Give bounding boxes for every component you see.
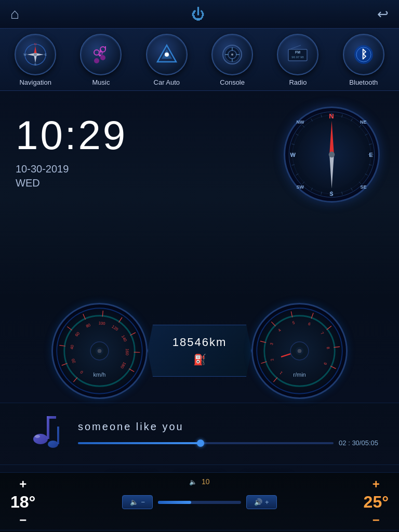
back-icon[interactable]: ↩ — [377, 6, 389, 22]
svg-marker-68 — [329, 155, 334, 189]
svg-text:4: 4 — [277, 327, 282, 332]
svg-text:160: 160 — [125, 348, 129, 355]
compass-nw: NW — [297, 119, 304, 125]
nav-label-navigation: Navigation — [19, 78, 51, 86]
nav-label-radio: Radio — [289, 78, 307, 86]
svg-point-95 — [98, 349, 102, 353]
home-icon[interactable]: ⌂ — [10, 6, 19, 22]
svg-point-125 — [35, 435, 40, 438]
svg-point-123 — [48, 441, 58, 448]
clock-time: 10:29 — [16, 112, 269, 159]
svg-text:20: 20 — [71, 357, 76, 363]
right-temp-value: 25° — [364, 493, 389, 512]
svg-line-50 — [368, 165, 371, 166]
progress-bar[interactable]: 02 : 30/05:05 — [78, 439, 378, 447]
svg-line-44 — [341, 114, 342, 117]
svg-text:96 97 98: 96 97 98 — [292, 56, 304, 59]
nav-row: N S E W Navigation ♪ Music — [0, 29, 399, 91]
fuel-icon: ⛽ — [193, 353, 206, 366]
svg-text:8: 8 — [326, 347, 330, 349]
svg-point-7 — [34, 53, 37, 56]
svg-line-54 — [341, 192, 342, 195]
svg-line-101 — [271, 322, 275, 326]
svg-line-72 — [73, 377, 77, 382]
svg-text:100: 100 — [98, 321, 105, 326]
left-temp-plus[interactable]: + — [19, 477, 26, 491]
volume-row: 🔈 − 🔊 + — [112, 493, 287, 511]
vol-bar[interactable] — [158, 501, 241, 504]
svg-text:S: S — [34, 63, 36, 66]
clock-date: 10-30-2019 — [16, 163, 269, 175]
clock-day: WED — [16, 177, 269, 189]
compass-w: W — [290, 152, 296, 158]
svg-line-46 — [358, 125, 361, 127]
svg-point-120 — [33, 434, 48, 444]
vol-down-button[interactable]: 🔈 − — [122, 495, 153, 509]
svg-text:5: 5 — [292, 320, 295, 325]
ac-row: AUTO A/C ❄ SYNC ↻ — [0, 530, 399, 532]
nav-label-car-auto: Car Auto — [154, 78, 180, 86]
svg-point-22 — [165, 52, 169, 57]
gauges-row: 0 20 40 60 80 100 120 140 160 180 km/h — [0, 299, 399, 403]
svg-text:E: E — [45, 53, 47, 56]
song-title: someone like you — [78, 421, 378, 433]
svg-marker-67 — [329, 121, 334, 154]
svg-text:0: 0 — [79, 369, 84, 375]
svg-text:6: 6 — [308, 321, 311, 326]
vol-bar-fill — [158, 501, 191, 504]
left-temp-minus[interactable]: − — [19, 513, 26, 527]
svg-text:7: 7 — [320, 331, 325, 336]
progress-thumb[interactable] — [197, 440, 204, 447]
compass-s: S — [329, 191, 333, 197]
svg-text:♪: ♪ — [98, 45, 104, 59]
nav-label-console: Console — [220, 78, 245, 86]
top-bar: ⌂ ⏻ ↩ — [0, 0, 399, 29]
vol-up-icon: 🔊 — [254, 498, 262, 506]
svg-line-34 — [289, 45, 301, 49]
svg-line-75 — [67, 326, 72, 330]
svg-text:ᛒ: ᛒ — [360, 48, 367, 61]
svg-line-58 — [302, 182, 304, 184]
compass-section: N S E W NE NW SE SW — [280, 101, 383, 288]
speedometer: 0 20 40 60 80 100 120 140 160 180 km/h — [51, 303, 148, 399]
svg-line-60 — [291, 165, 295, 166]
compass-n: N — [329, 112, 334, 120]
speed-unit: km/h — [94, 371, 106, 378]
svg-text:W: W — [23, 53, 26, 56]
sidebar-item-music[interactable]: ♪ Music — [72, 34, 129, 86]
sidebar-item-car-auto[interactable]: Car Auto — [138, 34, 195, 86]
music-section: someone like you 02 : 30/05:05 — [0, 403, 399, 465]
svg-text:FM: FM — [295, 50, 300, 54]
svg-text:2: 2 — [270, 358, 275, 362]
sidebar-item-bluetooth[interactable]: ᛒ Bluetooth — [335, 34, 392, 86]
sidebar-item-navigation[interactable]: N S E W Navigation — [7, 34, 64, 86]
svg-line-56 — [321, 192, 322, 195]
vol-up-button[interactable]: 🔊 + — [246, 495, 277, 509]
power-icon[interactable]: ⏻ — [191, 6, 205, 22]
left-temp-section: + 18° − — [10, 477, 35, 527]
svg-line-78 — [119, 317, 122, 322]
odometer: 18546km — [172, 336, 227, 349]
nav-label-music: Music — [92, 78, 110, 86]
compass-sw: SW — [297, 184, 304, 190]
compass-se: SE — [360, 184, 366, 190]
svg-text:9: 9 — [323, 361, 328, 365]
center-display: 18546km ⛽ — [148, 325, 251, 377]
svg-line-62 — [291, 144, 295, 145]
svg-line-98 — [273, 377, 277, 382]
vol-indicator: 🔈 10 — [189, 477, 209, 486]
sidebar-item-radio[interactable]: FM 96 97 98 Radio — [269, 34, 326, 86]
left-temp-value: 18° — [10, 493, 35, 512]
svg-text:140: 140 — [121, 334, 128, 342]
svg-text:60: 60 — [74, 331, 81, 337]
progress-bar-bg — [78, 442, 334, 444]
compass-e: E — [369, 152, 373, 158]
right-temp-plus[interactable]: + — [373, 477, 380, 491]
sidebar-item-console[interactable]: Console — [204, 34, 261, 86]
svg-point-30 — [231, 54, 233, 56]
svg-line-48 — [368, 144, 371, 145]
right-temp-minus[interactable]: − — [373, 513, 380, 527]
svg-line-104 — [327, 326, 331, 329]
svg-line-64 — [302, 125, 304, 127]
svg-point-119 — [298, 349, 302, 353]
